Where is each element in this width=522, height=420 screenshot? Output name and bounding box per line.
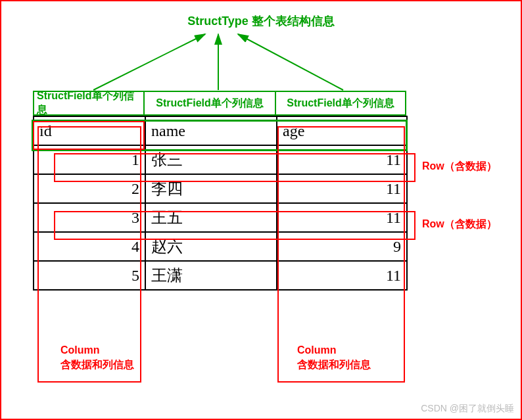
struct-type-title: StructType 整个表结构信息: [1, 13, 521, 29]
cell-age: 11: [277, 203, 407, 232]
column-label-right: Column 含数据和列信息: [297, 343, 371, 373]
struct-field-2: StructField单个列信息: [145, 91, 276, 116]
cell-name: 李四: [145, 174, 277, 203]
column-label-line2: 含数据和列信息: [60, 358, 134, 372]
struct-field-row: StructField单个列信息 StructField单个列信息 Struct…: [33, 91, 406, 116]
header-name: name: [145, 116, 277, 145]
table-row: 1 张三 11: [34, 145, 407, 174]
cell-id: 3: [34, 203, 145, 232]
cell-age: 11: [277, 174, 407, 203]
row3-label: Row（含数据）: [422, 218, 497, 231]
cell-name: 张三: [145, 145, 277, 174]
header-id: id: [34, 116, 145, 145]
cell-name: 赵六: [145, 232, 277, 261]
cell-id: 5: [34, 261, 145, 290]
cell-id: 4: [34, 232, 145, 261]
column-label-line1: Column: [297, 343, 371, 358]
arrow-middle: [205, 28, 231, 93]
cell-name: 王五: [145, 203, 277, 232]
header-row: id name age: [34, 116, 407, 145]
svg-line-0: [93, 34, 205, 90]
cell-age: 11: [277, 145, 407, 174]
data-table-wrap: id name age 1 张三 11 2 李四 11 3 王五 11 4 赵六: [33, 116, 408, 291]
arrow-right: [231, 28, 363, 93]
svg-line-2: [238, 34, 343, 90]
diagram-container: StructType 整个表结构信息 StructField单个列信息 Stru…: [0, 0, 522, 420]
watermark: CSDN @困了就倒头睡: [421, 403, 514, 415]
struct-field-3: StructField单个列信息: [276, 91, 406, 116]
data-table: id name age 1 张三 11 2 李四 11 3 王五 11 4 赵六: [33, 116, 408, 291]
struct-field-1: StructField单个列信息: [33, 91, 145, 116]
arrow-left: [87, 28, 231, 93]
table-row: 5 王潇 11: [34, 261, 407, 290]
cell-age: 9: [277, 232, 407, 261]
table-row: 4 赵六 9: [34, 232, 407, 261]
cell-age: 11: [277, 261, 407, 290]
table-row: 3 王五 11: [34, 203, 407, 232]
header-age: age: [277, 116, 407, 145]
cell-id: 1: [34, 145, 145, 174]
cell-id: 2: [34, 174, 145, 203]
table-row: 2 李四 11: [34, 174, 407, 203]
row1-label: Row（含数据）: [422, 160, 497, 174]
column-label-line1: Column: [60, 343, 134, 358]
column-label-left: Column 含数据和列信息: [60, 343, 134, 373]
cell-name: 王潇: [145, 261, 277, 290]
column-label-line2: 含数据和列信息: [297, 358, 371, 372]
